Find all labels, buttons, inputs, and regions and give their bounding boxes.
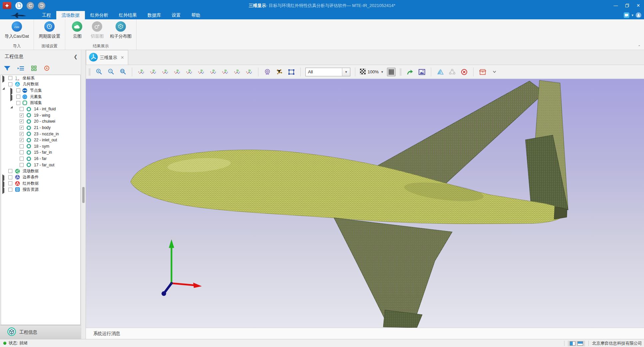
- screenshot-icon[interactable]: [418, 68, 426, 76]
- tree-checkbox[interactable]: [16, 88, 20, 92]
- filter-icon[interactable]: [4, 66, 10, 72]
- tree-item-20-chuiwei[interactable]: ✓20 - chuiwei: [1, 118, 80, 125]
- tree-checkbox[interactable]: ✓: [20, 138, 24, 142]
- tab-3d-display[interactable]: 三维显示 ✕: [86, 50, 128, 65]
- opacity-dropdown-icon[interactable]: ▼: [381, 70, 384, 74]
- tree-checkbox[interactable]: [20, 144, 24, 148]
- tab-close-icon[interactable]: ✕: [121, 55, 124, 60]
- redo-icon[interactable]: [38, 2, 45, 9]
- tree-expand-icon[interactable]: [2, 182, 5, 185]
- ribbon-button-cloud[interactable]: 云图: [69, 21, 86, 39]
- delete-icon[interactable]: [460, 68, 469, 76]
- view-iso1-icon[interactable]: xyz: [209, 68, 217, 76]
- tree-item-21-body[interactable]: ✓21 - body: [1, 125, 80, 131]
- toggle-bottom-panel-icon[interactable]: [577, 341, 583, 346]
- tree-checkbox[interactable]: ✓: [20, 132, 24, 136]
- ribbon-collapse-icon[interactable]: ⌃: [638, 45, 641, 48]
- view-right-icon[interactable]: xyz: [173, 68, 181, 76]
- tree-expand-icon[interactable]: [2, 176, 5, 179]
- tree-item--[interactable]: 红外数据: [1, 180, 80, 187]
- tree-expand-icon[interactable]: [2, 188, 5, 191]
- package-icon[interactable]: [478, 68, 487, 76]
- tree-item--[interactable]: 报告资源: [1, 187, 80, 193]
- view-left-icon[interactable]: xyz: [161, 68, 169, 76]
- pin-icon[interactable]: [3, 2, 11, 9]
- tree-item-15-far_in[interactable]: 15 - far_in: [1, 149, 80, 156]
- toolbar-drag-handle[interactable]: [89, 68, 90, 76]
- view-iso2-icon[interactable]: xyz: [221, 68, 229, 76]
- tree-item-22-inlet_out[interactable]: ✓22 - inlet_out: [1, 137, 80, 143]
- tree-item--[interactable]: Yzx坐标系: [1, 75, 80, 81]
- tree-checkbox[interactable]: [8, 76, 12, 80]
- toolbar-drag-handle[interactable]: [400, 68, 401, 76]
- tree-item-14-int_fluid[interactable]: 14 - int_fluid: [1, 106, 80, 112]
- menu-item-5[interactable]: 设置: [166, 11, 186, 19]
- tree-checkbox[interactable]: [20, 157, 24, 161]
- combo-dropdown-icon[interactable]: ▼: [342, 68, 350, 76]
- panel-bottom-bar[interactable]: 工程信息: [0, 325, 81, 339]
- zoom-out-icon[interactable]: [107, 68, 115, 76]
- undo-icon[interactable]: [27, 2, 34, 9]
- tree-checkbox[interactable]: ✓: [20, 113, 24, 117]
- tree-item--[interactable]: 几何数据: [1, 81, 80, 88]
- ribbon-button-cas[interactable]: cas导入Cas/Dat: [3, 21, 30, 39]
- tree-checkbox[interactable]: [8, 175, 12, 179]
- view-top-icon[interactable]: xyz: [185, 68, 193, 76]
- view-back-icon[interactable]: xyz: [149, 68, 158, 76]
- tree-item-16-far[interactable]: 16 - far: [1, 156, 80, 162]
- tree-item--[interactable]: 节点集: [1, 87, 80, 94]
- tree-item-17-far_out[interactable]: 17 - far_out: [1, 162, 80, 168]
- splitter-scrollbar-thumb[interactable]: [82, 187, 85, 203]
- tree-item--[interactable]: 流场数据: [1, 168, 80, 174]
- menu-item-4[interactable]: 数据库: [142, 11, 166, 19]
- tree-expand-icon[interactable]: [10, 95, 13, 98]
- tree-expand-icon[interactable]: [2, 83, 5, 86]
- particles-icon[interactable]: [275, 68, 284, 76]
- view-front-icon[interactable]: xyz: [137, 68, 146, 76]
- viewport-3d[interactable]: [86, 79, 644, 328]
- export-icon[interactable]: [406, 68, 414, 76]
- menu-item-3[interactable]: 红外结果: [114, 11, 142, 19]
- tree-checkbox[interactable]: [20, 163, 24, 167]
- tree-checkbox[interactable]: ✓: [20, 126, 24, 130]
- grid-view-icon[interactable]: [31, 66, 37, 72]
- view-bottom-icon[interactable]: xyz: [197, 68, 205, 76]
- tree-checkbox[interactable]: [8, 181, 12, 185]
- tree-checkbox[interactable]: [8, 82, 12, 86]
- opacity-control[interactable]: 100%▼: [360, 69, 384, 75]
- display-filter-combo[interactable]: All▼: [305, 68, 350, 76]
- panel-collapse-icon[interactable]: ❮: [74, 54, 78, 59]
- view-iso3-icon[interactable]: xyz: [233, 68, 241, 76]
- panel-splitter[interactable]: [81, 50, 86, 339]
- tree-checkbox[interactable]: [20, 150, 24, 154]
- menu-item-2[interactable]: 红外分析: [85, 11, 114, 19]
- menu-item-0[interactable]: 工程: [37, 11, 56, 19]
- tree-expand-icon[interactable]: [2, 77, 5, 80]
- box-select-icon[interactable]: [287, 68, 296, 76]
- target-icon[interactable]: [44, 65, 50, 72]
- tree-item-18-sym[interactable]: 18 - sym: [1, 143, 80, 150]
- ribbon-button-clock[interactable]: 周期面设置: [37, 21, 62, 39]
- tree-checkbox[interactable]: [8, 188, 12, 192]
- ribbon-button-particle[interactable]: 粒子分布图: [109, 21, 133, 39]
- tree-checkbox[interactable]: [16, 101, 20, 105]
- tree-expand-icon[interactable]: [10, 101, 13, 104]
- menu-item-6[interactable]: 帮助: [186, 11, 206, 19]
- view-iso4-icon[interactable]: xyz: [245, 68, 253, 76]
- chevron-down-icon[interactable]: [490, 68, 499, 76]
- tree-checkbox[interactable]: [20, 107, 24, 111]
- tree-checkbox[interactable]: ✓: [20, 119, 24, 123]
- zoom-fit-icon[interactable]: [119, 68, 127, 76]
- tree-item-19-wing[interactable]: ✓19 - wing: [1, 112, 80, 119]
- tree-item-23-nozzle_in[interactable]: ✓23 - nozzle_in: [1, 131, 80, 137]
- camera-icon[interactable]: [263, 68, 272, 76]
- menu-item-1[interactable]: 流场数据: [56, 11, 85, 19]
- tree-checkbox[interactable]: [16, 95, 20, 99]
- chat-icon[interactable]: [624, 12, 629, 18]
- toggle-left-panel-icon[interactable]: [570, 341, 575, 346]
- new-document-icon[interactable]: [15, 2, 23, 9]
- maximize-button[interactable]: [621, 0, 633, 11]
- minimize-button[interactable]: —: [610, 0, 621, 11]
- grid-icon[interactable]: [387, 68, 396, 76]
- tree-item--[interactable]: 面域集: [1, 100, 80, 106]
